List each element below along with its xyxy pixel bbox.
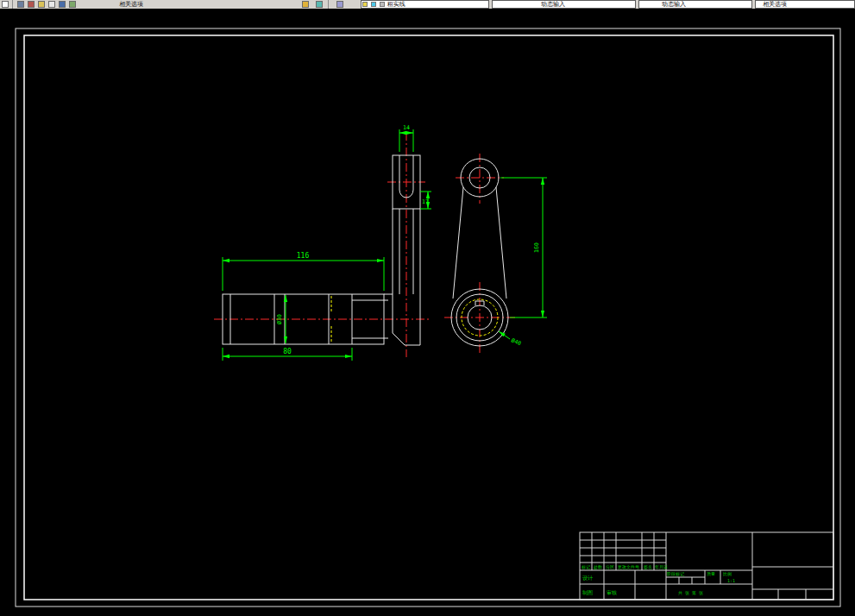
ucs-icon[interactable] — [17, 1, 24, 8]
toolbar-field-2[interactable]: 动态输入 — [492, 0, 636, 9]
undo-icon[interactable] — [302, 1, 309, 8]
toolbar-separator — [328, 0, 329, 9]
dimension-116: 116 — [223, 252, 384, 291]
revision-header: 年月日 — [655, 564, 668, 570]
stage-label: 阶段标记 — [667, 571, 684, 577]
role-label: 设计 — [582, 575, 593, 581]
arm-left-edge — [453, 187, 463, 299]
role-label: 审核 — [607, 589, 617, 595]
arm-right-edge — [496, 187, 506, 299]
scale-label: 比例 — [723, 571, 732, 577]
side-view: 116 80 14 — [214, 124, 431, 361]
dimension-label: 160 — [533, 242, 540, 253]
dimension-label: Ø30 — [276, 314, 283, 324]
redraw-icon[interactable] — [28, 1, 35, 8]
toolbar-label: 相关选项 — [119, 0, 143, 9]
revision-header: 处数 — [594, 564, 602, 570]
layers-icon[interactable] — [69, 1, 76, 8]
dimension-label: 116 — [297, 252, 310, 260]
revision-header: 标记 — [581, 564, 590, 570]
toolbar-field-3-value: 动态输入 — [662, 1, 686, 7]
dimension-label: 14 — [403, 124, 410, 131]
dimension-80: 80 — [223, 348, 352, 361]
revision-header: 更改文件号 — [618, 564, 639, 569]
redo-icon[interactable] — [316, 1, 323, 8]
toolbar-field-4[interactable]: 相关选项 — [755, 0, 855, 9]
toolbar-field-4-value: 相关选项 — [763, 1, 787, 7]
properties-icon[interactable] — [336, 1, 343, 8]
dimension-160: 160 — [500, 178, 547, 317]
grid-icon[interactable] — [59, 1, 66, 8]
front-view: 160 Ø40 — [444, 154, 547, 355]
weight-label: 质量 — [707, 571, 715, 576]
drawing-canvas[interactable]: 116 80 14 — [0, 9, 855, 616]
layer-freeze-icon — [371, 2, 376, 7]
dimension-label: Ø40 — [510, 336, 522, 347]
layer-dropdown[interactable]: 粗实线 — [361, 0, 489, 9]
save-icon[interactable] — [48, 1, 55, 8]
role-label: 制图 — [582, 589, 593, 596]
toolbar-field-2-value: 动态输入 — [541, 1, 565, 7]
dimension-17: 17 — [420, 192, 431, 209]
scale-value: 1:1 — [727, 578, 735, 583]
folder-icon[interactable] — [38, 1, 45, 8]
toolbar-separator — [12, 0, 13, 9]
layer-on-icon — [362, 2, 368, 7]
document-icon[interactable] — [2, 1, 9, 8]
sheet-frame — [16, 28, 840, 607]
dimension-dia40: Ø40 — [499, 331, 522, 347]
sheet-count: 共 张 第 张 — [678, 590, 703, 596]
cad-application-window: 相关选项 粗实线 动态输入 动态输入 相关选项 — [0, 0, 855, 616]
toolbar-field-3[interactable]: 动态输入 — [638, 0, 752, 9]
revision-header: 签名 — [644, 564, 652, 570]
layer-lock-icon — [380, 2, 385, 7]
layer-dropdown-value: 粗实线 — [387, 1, 405, 7]
dimension-label: 80 — [283, 348, 292, 355]
title-block: 标记 处数 分区 更改文件号 签名 年月日 设计 制图 审核 阶段标记 质量 比… — [580, 532, 833, 600]
revision-header: 分区 — [606, 564, 614, 569]
limb-chamfer — [393, 333, 405, 345]
dimension-label: 17 — [422, 198, 429, 205]
